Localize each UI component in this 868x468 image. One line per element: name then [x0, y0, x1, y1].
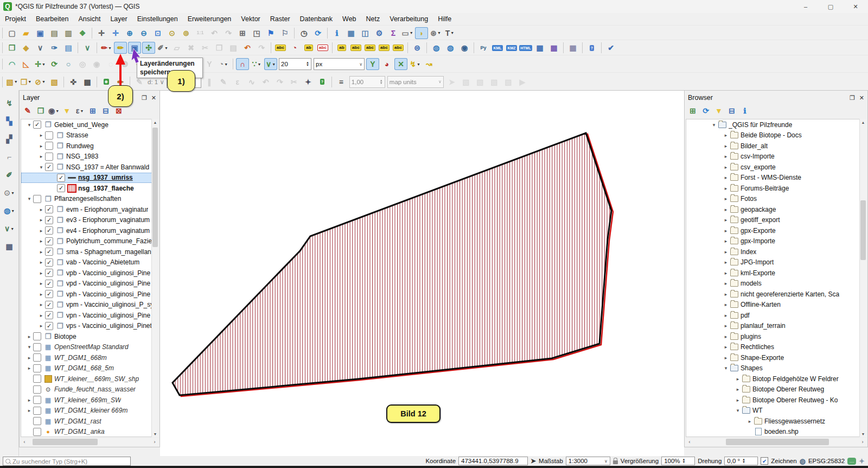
- new-map-view-icon[interactable]: ⊞: [236, 27, 249, 39]
- zoom-v-icon[interactable]: ⊙▼: [2, 186, 16, 199]
- web-globe-search-icon[interactable]: ◍: [444, 42, 457, 54]
- zoom-full-icon[interactable]: ⊡: [151, 27, 164, 39]
- filter-expression-icon[interactable]: ε▼: [74, 106, 85, 116]
- save-layer-edits-icon[interactable]: ▣: [128, 42, 141, 54]
- stroke-units-select[interactable]: map units∨: [387, 76, 444, 88]
- browser-tree-item[interactable]: ▸Offline-Karten: [686, 300, 866, 311]
- delete-ring-icon[interactable]: ◌: [104, 58, 117, 70]
- layer-visibility-checkbox[interactable]: ✓: [33, 121, 41, 129]
- add-group-icon[interactable]: ❐: [35, 106, 46, 116]
- layer-tree-item[interactable]: ▸❐Biotope: [21, 331, 158, 342]
- layer-tree-item[interactable]: ✓nsg_1937_flaeche: [21, 183, 158, 194]
- v-nodes-icon[interactable]: ∨▼: [2, 222, 16, 235]
- browser-tree-item[interactable]: ▸kml-Exporte: [686, 268, 866, 279]
- browser-tree-item[interactable]: ▸Biotope Oberer Reutweg - Ko: [686, 395, 866, 406]
- layer-tree-item[interactable]: ▸✓❐vpn - Vaccinio_uliginosi_Pine: [21, 310, 158, 321]
- rotate-label-icon[interactable]: abc: [378, 42, 391, 54]
- plugin-blue-icon[interactable]: ▦: [533, 42, 546, 54]
- digitize-shape-icon[interactable]: ↯: [2, 97, 16, 110]
- browser-tree-vscrollbar[interactable]: ▲ ▼: [859, 119, 866, 437]
- disabled-select-1-icon[interactable]: ➤: [445, 76, 458, 88]
- layer-tree-item[interactable]: ▸❐Strasse: [21, 130, 158, 141]
- html-export-icon[interactable]: HTML: [519, 42, 532, 54]
- tree-expander-icon[interactable]: ▸: [722, 270, 730, 276]
- menu-erweiterungen[interactable]: Erweiterungen: [183, 14, 237, 24]
- zoom-native-icon[interactable]: 1:1: [194, 27, 207, 39]
- cut-features-icon[interactable]: ✂: [199, 42, 212, 54]
- help-contents-icon[interactable]: ?: [585, 42, 598, 54]
- layer-visibility-checkbox[interactable]: [33, 343, 41, 351]
- tree-expander-icon[interactable]: ▸: [37, 217, 45, 223]
- layer-visibility-checkbox[interactable]: [33, 364, 41, 372]
- layer-visibility-checkbox[interactable]: ✓: [45, 301, 53, 309]
- tree-expander-icon[interactable]: ▸: [37, 323, 45, 328]
- add-spatialite-layer-icon[interactable]: ∨: [34, 42, 47, 54]
- manage-map-themes-icon[interactable]: ◉▼: [48, 106, 59, 116]
- current-edits-icon[interactable]: ✏▼: [100, 42, 113, 54]
- offset-point-symbols-icon[interactable]: ❂: [118, 58, 131, 70]
- filter-browser-icon[interactable]: ▼: [713, 106, 724, 116]
- copy-features-icon[interactable]: ❐: [213, 42, 226, 54]
- tasks-icon[interactable]: ✦: [859, 458, 865, 465]
- disabled-tool-6-icon[interactable]: ↷: [273, 76, 286, 88]
- layer-tree-item[interactable]: ▸▦WT_kleiner_669m_SW: [21, 395, 158, 406]
- self-snapping-icon[interactable]: ↝: [423, 58, 436, 70]
- menu-vektor[interactable]: Vektor: [236, 14, 265, 24]
- browser-tree-item[interactable]: ▸geopackage: [686, 204, 866, 215]
- browser-properties-icon[interactable]: ℹ: [739, 106, 750, 116]
- close-button[interactable]: ✕: [843, 0, 868, 13]
- locator-search-input[interactable]: Zu suchender Typ (Strg+K): [3, 457, 131, 466]
- maximize-button[interactable]: ▢: [818, 0, 843, 13]
- filter-legend-icon[interactable]: ▼: [61, 106, 72, 116]
- tree-expander-icon[interactable]: ▸: [722, 323, 730, 328]
- tree-expander-icon[interactable]: ▸: [25, 408, 33, 413]
- rotation-spin[interactable]: 0,0 °▲▼: [724, 457, 758, 465]
- refresh-map-icon[interactable]: ⟳: [311, 27, 324, 39]
- vertex-tool-icon[interactable]: ✐▼: [156, 42, 169, 54]
- tree-expander-icon[interactable]: ▸: [37, 238, 45, 244]
- layer-visibility-checkbox[interactable]: ✓: [45, 322, 53, 330]
- browser-tree-item[interactable]: ▸Forums-Beiträge: [686, 183, 866, 194]
- new-project-icon[interactable]: ▢: [5, 27, 18, 39]
- pin-labels-icon[interactable]: ab: [302, 42, 315, 54]
- browser-tree-item[interactable]: ▸Forst - WMS-Dienste: [686, 173, 866, 184]
- stroke-width-icon[interactable]: ≡: [335, 76, 348, 88]
- layer-tree-item[interactable]: ▸▦WT_DGM1_668m: [21, 352, 158, 363]
- layer-visibility-checkbox[interactable]: ✓: [45, 311, 53, 319]
- geometry-checker-icon[interactable]: ✔: [604, 42, 617, 54]
- zoom-last-icon[interactable]: ↶: [208, 27, 221, 39]
- snapping-mode-icon[interactable]: ∵▼: [250, 58, 263, 70]
- menu-verarbeitung[interactable]: Verarbeitung: [385, 14, 433, 24]
- tree-expander-icon[interactable]: ▸: [37, 270, 45, 276]
- tree-expander-icon[interactable]: ▸: [734, 387, 742, 392]
- collapse-browser-icon[interactable]: ⊟: [726, 106, 737, 116]
- open-layer-styling-icon[interactable]: ✎: [22, 106, 33, 116]
- new-print-layout-icon[interactable]: ▤: [48, 27, 61, 39]
- layer-tree-item[interactable]: ⊙Funde_feucht_nass_wasser: [21, 384, 158, 395]
- layer-tree-item[interactable]: ▸✓❐evm - Eriophorum_vaginatur: [21, 204, 158, 215]
- layer-visibility-checkbox[interactable]: [45, 142, 53, 150]
- refresh-browser-icon[interactable]: ⟳: [700, 106, 711, 116]
- tracing-icon[interactable]: ↯▼: [409, 58, 422, 70]
- layer-visibility-checkbox[interactable]: ✓: [45, 290, 53, 298]
- crs-globe-icon[interactable]: ◍: [800, 458, 806, 465]
- layer-visibility-checkbox[interactable]: [33, 195, 41, 203]
- browser-tree-item[interactable]: ▾_QGIS für Pilzfreunde: [686, 119, 866, 130]
- metasearch-icon[interactable]: ◉: [458, 42, 471, 54]
- browser-tree-item[interactable]: ▸Biotope Oberer Reutweg: [686, 384, 866, 395]
- tree-expander-icon[interactable]: ▸: [25, 397, 33, 403]
- tree-expander-icon[interactable]: ▸: [37, 281, 45, 286]
- tree-expander-icon[interactable]: ▸: [722, 228, 730, 233]
- tree-expander-icon[interactable]: ▸: [37, 207, 45, 212]
- tree-expander-icon[interactable]: ▸: [722, 154, 730, 159]
- layer-tree-item[interactable]: ▸✓❐sma - Sphagnetum_magellan: [21, 246, 158, 257]
- layer-tree-item[interactable]: ▸❐Rundweg: [21, 141, 158, 151]
- pan-map-icon[interactable]: ✛: [95, 27, 108, 39]
- browser-tree-item[interactable]: ▸Biotop Feldgehölze W Feldrer: [686, 374, 866, 384]
- tree-expander-icon[interactable]: ▾: [25, 344, 33, 350]
- tree-expander-icon[interactable]: ▸: [25, 334, 33, 339]
- add-polygon-feature-icon[interactable]: ✣: [142, 42, 155, 54]
- move-feature-icon[interactable]: ✢▼: [34, 58, 47, 70]
- disabled-select-5-icon[interactable]: ▧: [502, 76, 515, 88]
- snap-intersection-icon[interactable]: ✕: [394, 58, 407, 70]
